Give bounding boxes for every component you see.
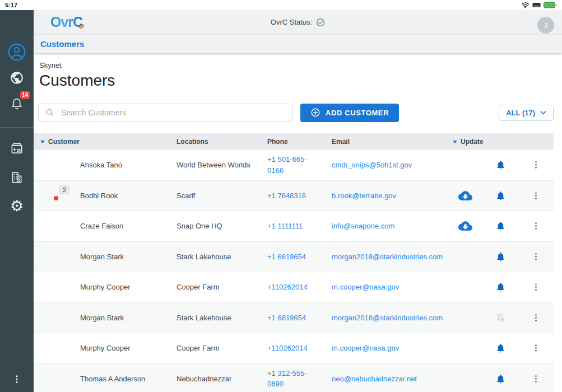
- row-indicator: [34, 211, 80, 241]
- column-header-phone[interactable]: Phone: [267, 138, 326, 146]
- customer-locations: Snap One HQ: [177, 222, 267, 230]
- add-customer-button[interactable]: ADD CUSTOMER: [300, 104, 399, 122]
- filter-label: ALL (17): [506, 109, 535, 117]
- ovrc-status-label: OvrC Status:: [271, 18, 312, 26]
- notifications-on-icon[interactable]: [495, 343, 506, 353]
- email-link[interactable]: morgan2018@starkindustries.com: [326, 253, 447, 261]
- ovrc-logo: OvrC: [50, 14, 82, 30]
- notifications-on-icon[interactable]: [495, 190, 506, 201]
- update-available-icon[interactable]: [458, 189, 472, 203]
- keyboard-icon: [532, 2, 541, 8]
- table-row[interactable]: 2 Bodhi Rook Scarif +1 7648316 b.rook@te…: [34, 181, 554, 212]
- breadcrumb[interactable]: Customers: [34, 35, 562, 53]
- notifications-on-icon[interactable]: [495, 374, 506, 384]
- sidebar-nav: 14 ⚙: [0, 10, 34, 392]
- notifications-on-icon[interactable]: [495, 221, 506, 231]
- row-menu-icon[interactable]: [531, 313, 541, 323]
- company-subtitle: Skynet: [39, 61, 562, 69]
- search-input[interactable]: [60, 108, 292, 118]
- customer-name: Ahsoka Tano: [80, 161, 177, 169]
- customer-name: Murphy Cooper: [80, 283, 177, 291]
- sidebar-item-web[interactable]: [0, 65, 34, 91]
- main-area: OvrC OvrC Status: J Customers Skynet Cus…: [34, 10, 562, 392]
- row-indicator: [34, 333, 80, 363]
- table-row[interactable]: Murphy Cooper Cooper Farm +110262014 m.c…: [34, 272, 554, 303]
- customers-table: Customer Locations Phone Email Update Ah…: [34, 133, 554, 392]
- add-customer-label: ADD CUSTOMER: [326, 109, 389, 117]
- sidebar-item-more[interactable]: [0, 366, 34, 392]
- phone-link[interactable]: +1 7648316: [267, 190, 326, 202]
- customer-name: Murphy Cooper: [80, 344, 177, 352]
- notifications-on-icon[interactable]: [495, 251, 506, 262]
- avatar-initial: J: [544, 21, 548, 30]
- row-menu-icon[interactable]: [531, 343, 541, 353]
- table-row[interactable]: Thomas A Anderson Nebuchadnezzar +1 312-…: [34, 364, 554, 392]
- sidebar-item-company[interactable]: [0, 165, 34, 190]
- column-header-customer[interactable]: Customer: [34, 138, 177, 146]
- phone-link[interactable]: +110262014: [267, 343, 326, 354]
- email-link[interactable]: b.rook@terrabe.gov: [326, 192, 447, 200]
- phone-link[interactable]: +1 6819654: [267, 251, 326, 263]
- phone-link[interactable]: +1 501-665-0166: [267, 154, 326, 176]
- row-indicator: [34, 242, 80, 272]
- email-link[interactable]: m.cooper@nasa.gov: [326, 283, 447, 291]
- avatar[interactable]: J: [537, 17, 554, 34]
- table-row[interactable]: Morgan Stark Stark Lakehouse +1 6819654 …: [34, 303, 554, 334]
- sort-arrow-icon: [40, 141, 45, 143]
- kebab-icon: [12, 374, 22, 384]
- customer-name: Bodhi Rook: [80, 192, 177, 200]
- phone-link[interactable]: +110262014: [267, 282, 326, 293]
- sidebar-item-customers[interactable]: [0, 39, 34, 65]
- row-menu-icon[interactable]: [531, 374, 541, 384]
- email-link[interactable]: morgan2018@starkindustries.com: [326, 314, 447, 322]
- column-header-email[interactable]: Email: [326, 138, 447, 146]
- phone-link[interactable]: +1 1111111: [267, 221, 326, 232]
- customer-name: Morgan Stark: [80, 314, 177, 322]
- search-box[interactable]: [38, 104, 293, 122]
- row-menu-icon[interactable]: [531, 221, 541, 231]
- row-menu-icon[interactable]: [531, 160, 541, 170]
- count-badge: 2: [59, 185, 69, 194]
- customer-locations: World Between Worlds: [177, 161, 267, 169]
- account-circle-icon: [7, 43, 26, 62]
- row-indicator: [34, 303, 80, 333]
- table-body: Ahsoka Tano World Between Worlds +1 501-…: [34, 150, 554, 392]
- customer-name: Thomas A Anderson: [80, 375, 177, 383]
- sidebar-item-notifications[interactable]: 14: [0, 91, 34, 116]
- table-row[interactable]: Murphy Cooper Cooper Farm +110262014 m.c…: [34, 333, 554, 364]
- sidebar-item-inventory[interactable]: [0, 136, 34, 161]
- email-link[interactable]: neo@nebuchadnezzar.net: [326, 375, 447, 383]
- row-menu-icon[interactable]: [531, 252, 541, 262]
- row-menu-icon[interactable]: [531, 282, 541, 292]
- customer-locations: Cooper Farm: [177, 344, 267, 352]
- row-menu-icon[interactable]: [531, 191, 541, 200]
- table-row[interactable]: Ahsoka Tano World Between Worlds +1 501-…: [34, 150, 554, 181]
- update-available-icon[interactable]: [458, 219, 472, 233]
- customer-name: Morgan Stark: [80, 253, 177, 261]
- filter-dropdown[interactable]: ALL (17): [499, 105, 554, 121]
- column-header-locations[interactable]: Locations: [177, 138, 267, 146]
- building-icon: [10, 170, 24, 185]
- email-link[interactable]: m.cooper@nasa.gov: [326, 344, 447, 352]
- page-head: Skynet Customers: [34, 54, 562, 90]
- search-icon: [45, 108, 54, 117]
- column-header-update[interactable]: Update: [447, 138, 483, 146]
- notifications-off-icon[interactable]: [495, 312, 506, 323]
- clock: 5:17: [5, 2, 17, 8]
- customer-name: Craze Faison: [80, 222, 177, 230]
- box-icon: [10, 141, 24, 156]
- row-indicator: [34, 364, 80, 392]
- table-row[interactable]: Morgan Stark Stark Lakehouse +1 6819654 …: [34, 242, 554, 273]
- customer-locations: Cooper Farm: [177, 283, 267, 291]
- app-header: OvrC OvrC Status:: [34, 10, 562, 35]
- notifications-on-icon[interactable]: [495, 282, 506, 292]
- customer-locations: Stark Lakehouse: [177, 253, 267, 261]
- table-header: Customer Locations Phone Email Update: [34, 133, 554, 150]
- email-link[interactable]: info@snapone.com: [326, 222, 447, 230]
- phone-link[interactable]: +1 312-555-0690: [267, 368, 326, 390]
- phone-link[interactable]: +1 6819654: [267, 312, 326, 324]
- notifications-on-icon[interactable]: [495, 160, 506, 170]
- sidebar-item-settings[interactable]: ⚙: [0, 193, 34, 219]
- email-link[interactable]: cmdr_snips@5oh1st.gov: [326, 161, 447, 169]
- table-row[interactable]: Craze Faison Snap One HQ +1 1111111 info…: [34, 211, 554, 242]
